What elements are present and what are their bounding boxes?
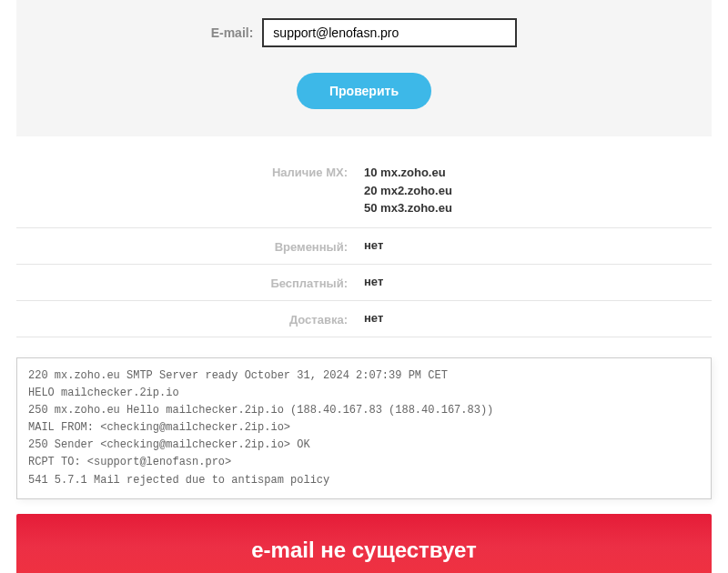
check-button[interactable]: Проверить xyxy=(297,73,431,109)
mx-item: 20 mx2.zoho.eu xyxy=(364,182,712,200)
free-label: Бесплатный: xyxy=(16,275,364,290)
temporary-value: нет xyxy=(364,238,712,252)
delivery-label: Доставка: xyxy=(16,311,364,327)
email-check-form: E-mail: Проверить xyxy=(16,0,712,136)
smtp-log: 220 mx.zoho.eu SMTP Server ready October… xyxy=(16,357,712,499)
email-input[interactable] xyxy=(262,18,517,47)
results-section: Наличие MX: 10 mx.zoho.eu 20 mx2.zoho.eu… xyxy=(0,136,728,350)
email-label: E-mail: xyxy=(211,25,254,40)
mx-item: 50 mx3.zoho.eu xyxy=(364,199,712,217)
mx-label: Наличие MX: xyxy=(16,164,364,179)
result-row-delivery: Доставка: нет xyxy=(16,301,712,337)
result-row-mx: Наличие MX: 10 mx.zoho.eu 20 mx2.zoho.eu… xyxy=(16,164,712,228)
mx-item: 10 mx.zoho.eu xyxy=(364,164,712,182)
mx-value: 10 mx.zoho.eu 20 mx2.zoho.eu 50 mx3.zoho… xyxy=(364,164,712,217)
temporary-label: Временный: xyxy=(16,238,364,254)
result-row-temporary: Временный: нет xyxy=(16,228,712,265)
delivery-value: нет xyxy=(364,311,712,325)
free-value: нет xyxy=(364,275,712,288)
result-row-free: Бесплатный: нет xyxy=(16,265,712,301)
email-form-row: E-mail: xyxy=(35,18,693,47)
status-banner: e-mail не существует xyxy=(16,514,712,573)
